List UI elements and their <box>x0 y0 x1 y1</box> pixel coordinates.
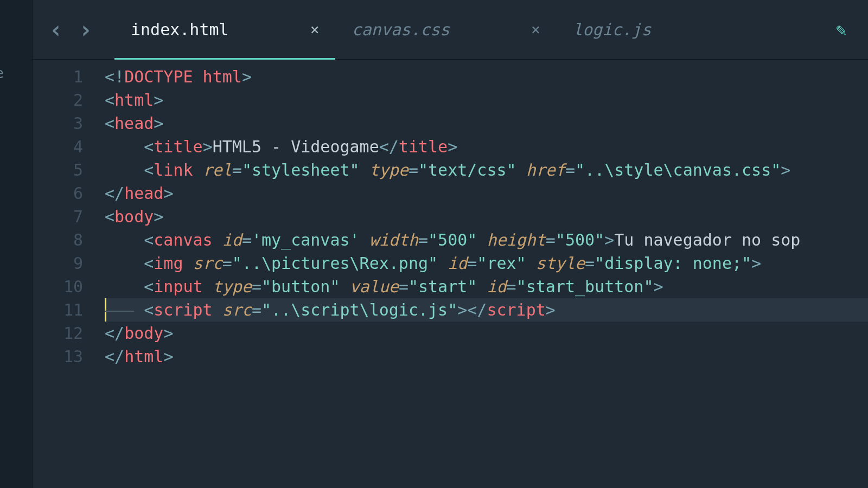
code-token: < <box>144 300 154 319</box>
code-token <box>438 254 448 273</box>
code-token: = <box>222 254 232 273</box>
code-token: "stylesheet" <box>242 160 360 179</box>
code-token: > <box>163 184 173 203</box>
code-token: "start_button" <box>516 277 654 296</box>
code-token <box>105 137 144 156</box>
code-editor[interactable]: 12345678910111213 <!DOCTYPE html><html><… <box>33 60 868 488</box>
code-token: > <box>154 91 163 110</box>
code-token: < <box>144 277 154 296</box>
line-number: 5 <box>33 158 83 182</box>
code-token: </ <box>379 137 399 156</box>
code-token: input <box>154 277 202 296</box>
close-icon[interactable]: × <box>531 21 540 38</box>
code-line[interactable]: <!DOCTYPE html> <box>105 65 868 88</box>
code-token <box>477 230 487 249</box>
main-pane: ‹ › index.html × canvas.css × logic.js ✎… <box>33 0 868 488</box>
code-area[interactable]: <!DOCTYPE html><html><head> <title>HTML5… <box>95 60 868 488</box>
indent-guide: ——— <box>105 298 134 322</box>
code-token: rel <box>203 160 232 179</box>
code-line[interactable]: </head> <box>105 182 868 205</box>
code-token <box>516 160 526 179</box>
code-line[interactable]: <img src="..\pictures\Rex.png" id="rex" … <box>105 252 868 275</box>
code-line[interactable]: <html> <box>105 88 868 112</box>
code-token: = <box>399 277 409 296</box>
code-line[interactable]: <canvas id='my_canvas' width="500" heigh… <box>105 228 868 252</box>
code-token: > <box>448 137 457 156</box>
code-token: src <box>193 254 222 273</box>
tab-index-html[interactable]: index.html × <box>114 0 335 59</box>
tab-nav-arrows: ‹ › <box>49 18 93 42</box>
code-token: type <box>213 277 252 296</box>
line-number: 10 <box>33 275 83 298</box>
code-token: script <box>487 300 545 319</box>
code-token <box>105 254 144 273</box>
code-line[interactable]: </body> <box>105 322 868 345</box>
tab-canvas-css[interactable]: canvas.css × <box>335 0 556 59</box>
code-token: > <box>163 324 173 343</box>
nav-back-icon[interactable]: ‹ <box>49 18 63 42</box>
code-token: width <box>369 230 418 249</box>
code-token <box>213 230 222 249</box>
code-token <box>203 277 213 296</box>
code-token: src <box>222 300 252 319</box>
tab-bar: ‹ › index.html × canvas.css × logic.js ✎ <box>33 0 868 60</box>
code-token: > <box>604 230 614 249</box>
code-token: > <box>154 207 163 226</box>
code-token <box>183 254 193 273</box>
code-token: </ <box>105 347 124 366</box>
code-token: html <box>114 91 154 110</box>
code-token <box>526 254 536 273</box>
line-number: 6 <box>33 182 83 205</box>
code-token: canvas <box>154 230 212 249</box>
line-number: 12 <box>33 322 83 345</box>
code-token: type <box>369 160 409 179</box>
app-frame: ame ‹ › index.html × canvas.css × logic.… <box>0 0 868 488</box>
code-line[interactable]: <title>HTML5 - Videogame</title> <box>105 135 868 158</box>
line-number: 9 <box>33 252 83 275</box>
code-token: Tu navegador no sop <box>614 230 800 249</box>
code-line[interactable]: <body> <box>105 205 868 228</box>
code-token: "500" <box>428 230 477 249</box>
code-token: img <box>154 254 183 273</box>
code-token: "text/css" <box>418 160 516 179</box>
code-token: "button" <box>261 277 340 296</box>
code-token: html <box>124 347 163 366</box>
line-number: 13 <box>33 345 83 368</box>
code-line[interactable]: <input type="button" value="start" id="s… <box>105 275 868 298</box>
code-token: = <box>585 254 595 273</box>
code-token: title <box>399 137 448 156</box>
line-number: 4 <box>33 135 83 158</box>
tab-label: logic.js <box>573 20 652 39</box>
code-token: "start" <box>409 277 477 296</box>
code-token: < <box>144 160 154 179</box>
code-token: title <box>154 137 202 156</box>
code-line[interactable]: ——— <script src="..\script\logic.js"></s… <box>105 298 868 322</box>
code-token: style <box>536 254 585 273</box>
code-token: = <box>252 277 261 296</box>
tab-label: index.html <box>131 20 229 39</box>
code-token: < <box>144 230 154 249</box>
tab-logic-js[interactable]: logic.js <box>557 0 668 59</box>
code-token: link <box>154 160 193 179</box>
code-token <box>360 160 369 179</box>
close-icon[interactable]: × <box>310 21 320 38</box>
code-token: </ <box>105 184 124 203</box>
edit-pencil-icon[interactable]: ✎ <box>836 20 846 40</box>
code-line[interactable]: <link rel="stylesheet" type="text/css" h… <box>105 158 868 182</box>
nav-forward-icon[interactable]: › <box>79 18 93 42</box>
code-token: "rex" <box>477 254 526 273</box>
code-token: "display: none;" <box>595 254 751 273</box>
file-tree-sidebar[interactable]: ame <box>0 0 33 488</box>
line-number: 8 <box>33 228 83 252</box>
code-token: ></ <box>457 300 487 319</box>
line-number-gutter: 12345678910111213 <box>33 60 95 488</box>
code-token <box>105 277 144 296</box>
code-token: href <box>526 160 565 179</box>
code-line[interactable]: </html> <box>105 345 868 368</box>
line-number: 3 <box>33 112 83 135</box>
code-line[interactable]: <head> <box>105 112 868 135</box>
code-token: HTML5 - Videogame <box>213 137 379 156</box>
code-token: <! <box>105 67 124 86</box>
code-token: < <box>105 91 114 110</box>
line-number: 11 <box>33 298 83 322</box>
